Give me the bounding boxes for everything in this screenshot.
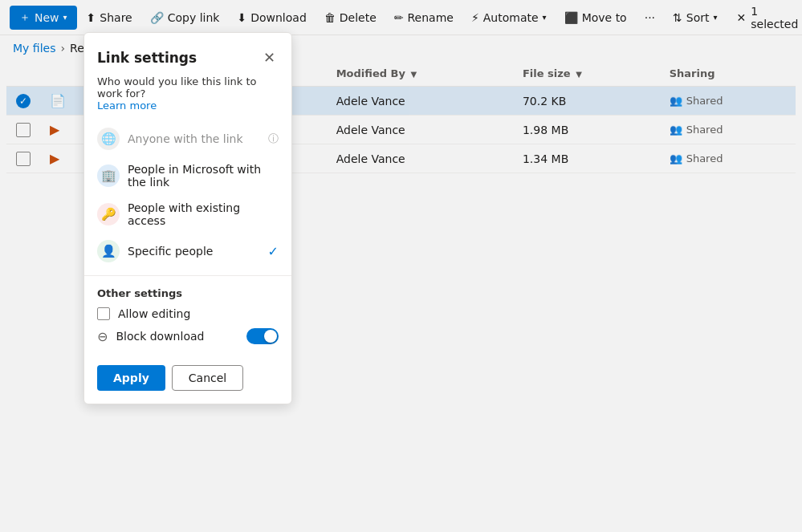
cancel-button[interactable]: Cancel — [172, 365, 243, 391]
modal-subtitle-text: Who would you like this link to work for… — [97, 75, 256, 99]
block-download-row: ⊖ Block download — [97, 328, 279, 344]
modal-close-button[interactable]: ✕ — [260, 46, 279, 69]
block-download-toggle[interactable] — [246, 328, 279, 344]
modal-divider — [84, 275, 291, 276]
modal-title: Link settings — [97, 50, 197, 66]
info-hint-icon: ⓘ — [268, 132, 279, 146]
link-options: 🌐 Anyone with the link ⓘ 🏢 People in Mic… — [84, 121, 291, 272]
toggle-knob — [264, 330, 277, 343]
block-download-label: Block download — [116, 330, 238, 343]
modal-subtitle: Who would you like this link to work for… — [84, 75, 291, 121]
option-existing-label: People with existing access — [128, 201, 279, 227]
modal-footer: Apply Cancel — [84, 355, 291, 404]
apply-button[interactable]: Apply — [97, 365, 165, 391]
allow-editing-checkbox[interactable] — [97, 307, 110, 320]
person-icon: 👤 — [97, 240, 120, 262]
allow-editing-label: Allow editing — [118, 307, 279, 320]
other-settings-section: Other settings Allow editing ⊖ Block dow… — [84, 279, 291, 355]
link-option-specific[interactable]: 👤 Specific people ✓ — [91, 234, 285, 269]
link-option-anyone[interactable]: 🌐 Anyone with the link ⓘ — [91, 121, 285, 156]
link-option-existing[interactable]: 🔑 People with existing access — [91, 195, 285, 234]
option-anyone-label: Anyone with the link — [128, 132, 260, 145]
option-specific-label: Specific people — [128, 245, 260, 258]
link-option-org[interactable]: 🏢 People in Microsoft with the link — [91, 156, 285, 195]
modal-overlay: Link settings ✕ Who would you like this … — [0, 0, 802, 532]
link-settings-modal: Link settings ✕ Who would you like this … — [83, 32, 292, 404]
allow-editing-row: Allow editing — [97, 307, 279, 320]
org-icon: 🏢 — [97, 164, 120, 187]
option-org-label: People in Microsoft with the link — [128, 163, 279, 189]
key-icon: 🔑 — [97, 203, 120, 225]
globe-icon: 🌐 — [97, 128, 120, 150]
block-download-icon: ⊖ — [97, 329, 108, 344]
selected-check-icon: ✓ — [268, 244, 279, 259]
modal-header: Link settings ✕ — [84, 33, 291, 75]
learn-more-link[interactable]: Learn more — [97, 99, 157, 112]
other-settings-title: Other settings — [97, 287, 279, 299]
